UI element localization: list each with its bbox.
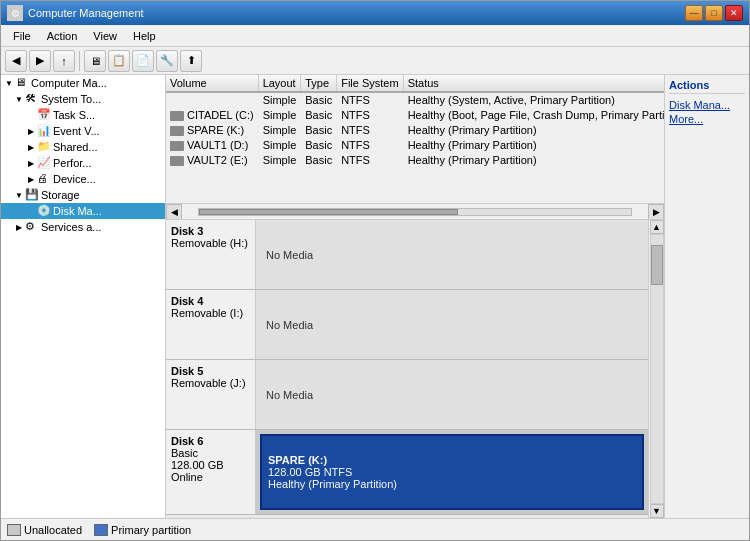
table-row[interactable]: CITADEL (C:)SimpleBasicNTFSHealthy (Boot… [166,108,664,123]
partition-size: 128.00 GB NTFS [268,466,636,478]
disk-type: Removable (I:) [171,307,250,319]
scroll-up-btn[interactable]: ▲ [650,220,664,234]
table-row[interactable]: SimpleBasicNTFSHealthy (System, Active, … [166,92,664,108]
volume-table-pane: Volume Layout Type File System Status Ca… [166,75,664,220]
legend-unallocated: Unallocated [7,524,82,536]
perf-icon: 📈 [37,156,51,170]
disk-size: 128.00 GB [171,459,250,471]
scroll-left-btn[interactable]: ◀ [166,204,182,220]
col-fs[interactable]: File System [337,75,403,92]
main-window: ⚙ Computer Management — □ ✕ File Action … [0,0,750,541]
disk-partitions: SPARE (K:)128.00 GB NTFSHealthy (Primary… [256,430,648,514]
tree-label-devices: Device... [53,173,96,185]
partition-block[interactable]: SPARE (K:)128.00 GB NTFSHealthy (Primary… [260,434,644,510]
disk-label: Disk 3Removable (H:) [166,220,256,289]
scroll-track[interactable] [198,208,632,216]
tree-item-devices[interactable]: ▶ 🖨 Device... [1,171,165,187]
col-layout[interactable]: Layout [258,75,301,92]
menu-view[interactable]: View [85,28,125,44]
disk-name: Disk 3 [171,225,250,237]
volume-table-container[interactable]: Volume Layout Type File System Status Ca… [166,75,664,203]
disk-name: Disk 5 [171,365,250,377]
new-button[interactable]: 📄 [132,50,154,72]
expand-icon-7: ▶ [25,173,37,185]
window-controls: — □ ✕ [685,5,743,21]
actions-title: Actions [669,79,745,94]
col-volume[interactable]: Volume [166,75,258,92]
expand-icon: ▼ [3,77,15,89]
back-button[interactable]: ◀ [5,50,27,72]
expand-icon-2: ▼ [13,93,25,105]
services-icon: ⚙ [25,220,39,234]
actions-panel: Actions Disk Mana... More... [664,75,749,518]
disk-icon [170,111,184,121]
action-more[interactable]: More... [669,112,745,126]
disk-status: Online [171,471,250,483]
tree-label-systemtools: System To... [41,93,101,105]
col-type[interactable]: Type [301,75,337,92]
horiz-scrollbar[interactable]: ◀ ▶ [166,203,664,219]
tree-panel: ▼ 🖥 Computer Ma... ▼ 🛠 System To... 📅 Ta… [1,75,166,518]
scroll-thumb[interactable] [199,209,458,215]
col-status[interactable]: Status [403,75,664,92]
window-icon: ⚙ [7,5,23,21]
main-content: ▼ 🖥 Computer Ma... ▼ 🛠 System To... 📅 Ta… [1,75,749,518]
disk-name: Disk 6 [171,435,250,447]
status-bar: Unallocated Primary partition [1,518,749,540]
legend-primary-box [94,524,108,536]
disk-type: Removable (H:) [171,237,250,249]
expand-icon-6: ▶ [25,157,37,169]
export-button[interactable]: ⬆ [180,50,202,72]
close-button[interactable]: ✕ [725,5,743,21]
tree-item-tasks[interactable]: 📅 Task S... [1,107,165,123]
tree-item-services[interactable]: ▶ ⚙ Services a... [1,219,165,235]
systemtools-icon: 🛠 [25,92,39,106]
computer-icon: 🖥 [15,76,29,90]
maximize-button[interactable]: □ [705,5,723,21]
disk-row: Disk 5Removable (J:)No Media [166,360,648,430]
tree-item-computer[interactable]: ▼ 🖥 Computer Ma... [1,75,165,91]
menu-action[interactable]: Action [39,28,86,44]
forward-button[interactable]: ▶ [29,50,51,72]
vert-scroll-thumb[interactable] [651,245,663,285]
tree-label-shared: Shared... [53,141,98,153]
disk-type: Removable (J:) [171,377,250,389]
vert-scroll-track[interactable] [650,234,664,504]
tree-item-shared[interactable]: ▶ 📁 Shared... [1,139,165,155]
disk-name: Disk 4 [171,295,250,307]
tree-item-eventviewer[interactable]: ▶ 📊 Event V... [1,123,165,139]
table-row[interactable]: SPARE (K:)SimpleBasicNTFSHealthy (Primar… [166,123,664,138]
action-diskmgmt[interactable]: Disk Mana... [669,98,745,112]
scroll-down-btn[interactable]: ▼ [650,504,664,518]
disk-row: Disk 3Removable (H:)No Media [166,220,648,290]
computer-button[interactable]: 🖥 [84,50,106,72]
menu-bar: File Action View Help [1,25,749,47]
tree-item-diskmgmt[interactable]: 💿 Disk Ma... [1,203,165,219]
vert-scrollbar[interactable]: ▲ ▼ [648,220,664,518]
expand-icon-4: ▶ [25,125,37,137]
tasks-icon: 📅 [37,108,51,122]
toolbar-separator-1 [79,51,80,71]
tree-item-perf[interactable]: ▶ 📈 Perfor... [1,155,165,171]
properties-button[interactable]: 📋 [108,50,130,72]
disk-icon [170,156,184,166]
settings-button[interactable]: 🔧 [156,50,178,72]
disk-pane[interactable]: Disk 3Removable (H:)No MediaDisk 4Remova… [166,220,648,518]
diskmgmt-icon: 💿 [37,204,51,218]
menu-help[interactable]: Help [125,28,164,44]
minimize-button[interactable]: — [685,5,703,21]
window-title: Computer Management [28,7,144,19]
tree-item-storage[interactable]: ▼ 💾 Storage [1,187,165,203]
legend-unalloc-box [7,524,21,536]
tree-label-diskmgmt: Disk Ma... [53,205,102,217]
table-row[interactable]: VAULT1 (D:)SimpleBasicNTFSHealthy (Prima… [166,138,664,153]
tree-label-eventviewer: Event V... [53,125,100,137]
table-row[interactable]: VAULT2 (E:)SimpleBasicNTFSHealthy (Prima… [166,153,664,168]
up-button[interactable]: ↑ [53,50,75,72]
menu-file[interactable]: File [5,28,39,44]
tree-item-systemtools[interactable]: ▼ 🛠 System To... [1,91,165,107]
devices-icon: 🖨 [37,172,51,186]
disk-icon [170,141,184,151]
scroll-right-btn[interactable]: ▶ [648,204,664,220]
tree-label-perf: Perfor... [53,157,92,169]
